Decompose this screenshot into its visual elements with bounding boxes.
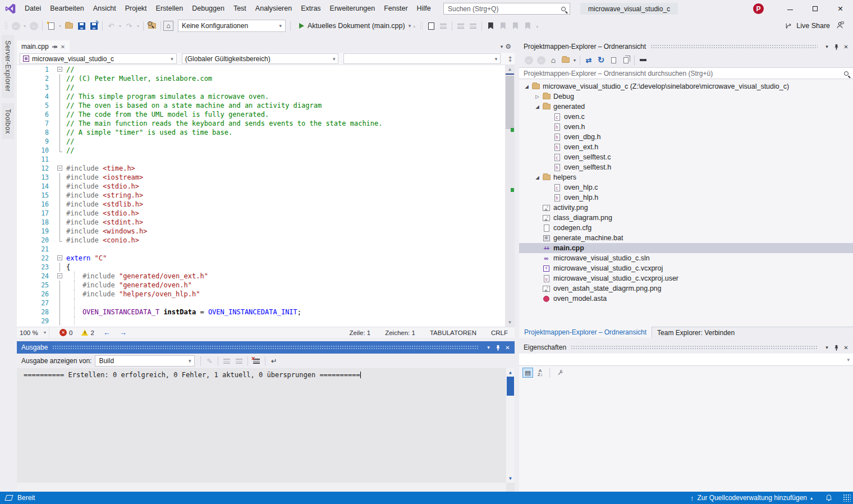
code-line[interactable]: 23{ bbox=[17, 263, 515, 272]
nav-scope-dropdown[interactable]: (Globaler Gültigkeitsbereich) ▾ bbox=[182, 53, 339, 64]
warning-count[interactable]: 2 bbox=[90, 329, 94, 336]
code-line[interactable]: 24− #include "generated/oven_ext.h" bbox=[17, 272, 515, 281]
output-horizontal-scrollbar[interactable] bbox=[17, 483, 506, 492]
code-line[interactable]: 10// bbox=[17, 146, 515, 155]
minimize-button[interactable] bbox=[777, 0, 802, 17]
code-line[interactable]: 7// The main function reads the keyboard… bbox=[17, 119, 515, 128]
resize-grip[interactable] bbox=[843, 494, 851, 502]
tree-item[interactable]: ◢helpers bbox=[519, 172, 853, 182]
fold-margin[interactable] bbox=[56, 281, 66, 290]
navigate-back-button[interactable]: ← bbox=[10, 20, 22, 32]
code-line[interactable]: 13#include <iostream> bbox=[17, 173, 515, 182]
code-line[interactable]: 22−extern "C" bbox=[17, 254, 515, 263]
code-line[interactable]: 5// The oven is based on a state machine… bbox=[17, 101, 515, 110]
error-icon[interactable]: ✕ bbox=[59, 329, 67, 336]
pin-icon[interactable] bbox=[52, 44, 57, 50]
fold-margin[interactable] bbox=[56, 146, 66, 155]
nav-project-dropdown[interactable]: microwave_visual_studio_c ▾ bbox=[20, 53, 177, 64]
fold-collapse-icon[interactable]: − bbox=[57, 273, 62, 278]
find-in-files-button[interactable] bbox=[146, 20, 158, 32]
prev-bookmark-button[interactable] bbox=[497, 20, 509, 32]
tree-item[interactable]: coven.c bbox=[519, 112, 853, 122]
menu-hilfe[interactable]: Hilfe bbox=[412, 0, 435, 17]
output-header[interactable]: Ausgabe ▾ ✕ bbox=[17, 341, 515, 354]
fold-margin[interactable] bbox=[56, 236, 66, 245]
user-avatar[interactable]: P bbox=[753, 3, 764, 14]
maximize-button[interactable] bbox=[802, 0, 828, 17]
menu-erstellen[interactable]: Erstellen bbox=[152, 0, 188, 17]
tree-item[interactable]: hoven.h bbox=[519, 122, 853, 132]
fold-margin[interactable] bbox=[56, 101, 66, 110]
tree-item[interactable]: activity.png bbox=[519, 203, 853, 213]
clear-all-button[interactable]: ✕ bbox=[250, 355, 263, 367]
tree-item[interactable]: coven_selftest.c bbox=[519, 152, 853, 162]
next-message-button[interactable] bbox=[233, 355, 245, 367]
code-line[interactable]: 28 OVEN_INSTANCEDATA_T instData = OVEN_I… bbox=[17, 308, 515, 317]
tool-tab-projektmappen-explorer-ordneransicht[interactable]: Projektmappen-Explorer – Ordneransicht bbox=[519, 327, 652, 338]
undo-dropdown[interactable]: ▾ bbox=[117, 20, 123, 32]
notifications-bell-icon[interactable] bbox=[825, 494, 833, 502]
close-icon[interactable]: ✕ bbox=[841, 42, 851, 52]
gear-icon[interactable]: ⚙ bbox=[505, 43, 511, 51]
fold-margin[interactable]: − bbox=[56, 164, 66, 173]
copy-view-button[interactable] bbox=[620, 54, 632, 66]
fold-margin[interactable] bbox=[56, 182, 66, 191]
fold-margin[interactable] bbox=[56, 317, 66, 326]
chevron-expanded-icon[interactable]: ◢ bbox=[533, 104, 542, 109]
chevron-expanded-icon[interactable]: ◢ bbox=[522, 84, 531, 89]
back-dropdown[interactable]: ▾ bbox=[22, 20, 27, 32]
menu-test[interactable]: Test bbox=[229, 0, 251, 17]
code-line[interactable]: 2// (C) Peter Mueller, sinelabore.com bbox=[17, 74, 515, 83]
editor-vertical-scrollbar[interactable]: ▲ ▼ bbox=[505, 65, 515, 327]
global-search-input[interactable]: Suchen (Strg+Q) bbox=[443, 3, 570, 15]
toolbar-grip[interactable] bbox=[4, 21, 7, 30]
code-line[interactable]: 14#include <stdio.h> bbox=[17, 182, 515, 191]
sync-with-active-document-button[interactable]: ⇄ bbox=[583, 54, 595, 66]
search-icon[interactable] bbox=[561, 7, 566, 11]
navigate-backward-icon[interactable]: ← bbox=[103, 328, 111, 337]
zoom-dropdown[interactable]: 100 % ▾ bbox=[17, 327, 49, 338]
new-item-dropdown[interactable]: ▾ bbox=[57, 20, 63, 32]
tree-item[interactable]: +microwave_visual_studio_c.vcxproj bbox=[519, 263, 853, 273]
code-line[interactable]: 17#include <stdio.h> bbox=[17, 209, 515, 218]
home-button[interactable]: ⌂ bbox=[547, 54, 560, 66]
next-bookmark-button[interactable] bbox=[509, 20, 521, 32]
tree-item[interactable]: hoven_selftest.h bbox=[519, 162, 853, 172]
scroll-down-icon[interactable]: ▼ bbox=[505, 318, 515, 327]
save-all-button[interactable]: ✎ bbox=[88, 20, 100, 32]
fold-margin[interactable] bbox=[56, 74, 66, 83]
eol-indicator[interactable]: CRLF bbox=[491, 329, 508, 336]
menu-datei[interactable]: Datei bbox=[20, 0, 45, 17]
code-line[interactable]: 12−#include <time.h> bbox=[17, 164, 515, 173]
fold-margin[interactable]: − bbox=[56, 272, 66, 281]
output-vertical-scrollbar[interactable]: ▲ ▼ bbox=[506, 368, 515, 483]
chevron-collapsed-icon[interactable]: ▷ bbox=[533, 94, 542, 99]
tree-item[interactable]: ∞microwave_visual_studio_c.sln bbox=[519, 253, 853, 263]
fold-margin[interactable] bbox=[56, 308, 66, 317]
fold-margin[interactable] bbox=[56, 299, 66, 308]
menu-fenster[interactable]: Fenster bbox=[379, 0, 412, 17]
toggle-bookmark-button[interactable] bbox=[484, 20, 497, 32]
back-button[interactable]: ← bbox=[522, 54, 535, 66]
code-line[interactable]: 29 bbox=[17, 317, 515, 326]
tree-item[interactable]: ▷Debug bbox=[519, 91, 853, 102]
fold-margin[interactable] bbox=[56, 227, 66, 236]
fold-margin[interactable] bbox=[56, 110, 66, 119]
window-position-dropdown[interactable]: ▾ bbox=[822, 343, 832, 352]
open-file-button[interactable] bbox=[63, 20, 75, 32]
fold-margin[interactable] bbox=[56, 191, 66, 200]
window-position-dropdown[interactable]: ▾ bbox=[822, 42, 832, 52]
refresh-button[interactable]: ↻ bbox=[595, 54, 607, 66]
menu-erweiterungen[interactable]: Erweiterungen bbox=[325, 0, 380, 17]
solution-explorer-search-input[interactable]: Projektmappen-Explorer – Ordneransicht d… bbox=[519, 67, 853, 79]
code-line[interactable]: 15#include <string.h> bbox=[17, 191, 515, 200]
tree-item[interactable]: hoven_ext.h bbox=[519, 142, 853, 152]
menu-ansicht[interactable]: Ansicht bbox=[89, 0, 121, 17]
code-line[interactable]: 8// A simple "timer" is used as time bas… bbox=[17, 128, 515, 137]
copy-path-button[interactable] bbox=[437, 20, 450, 32]
tree-item[interactable]: coven_hlp.c bbox=[519, 182, 853, 193]
source-control-dropdown[interactable]: ▴ bbox=[810, 496, 813, 501]
code-line[interactable]: 16#include <stdlib.h> bbox=[17, 200, 515, 209]
chevron-expanded-icon[interactable]: ◢ bbox=[533, 175, 542, 180]
error-count[interactable]: 0 bbox=[69, 329, 72, 336]
